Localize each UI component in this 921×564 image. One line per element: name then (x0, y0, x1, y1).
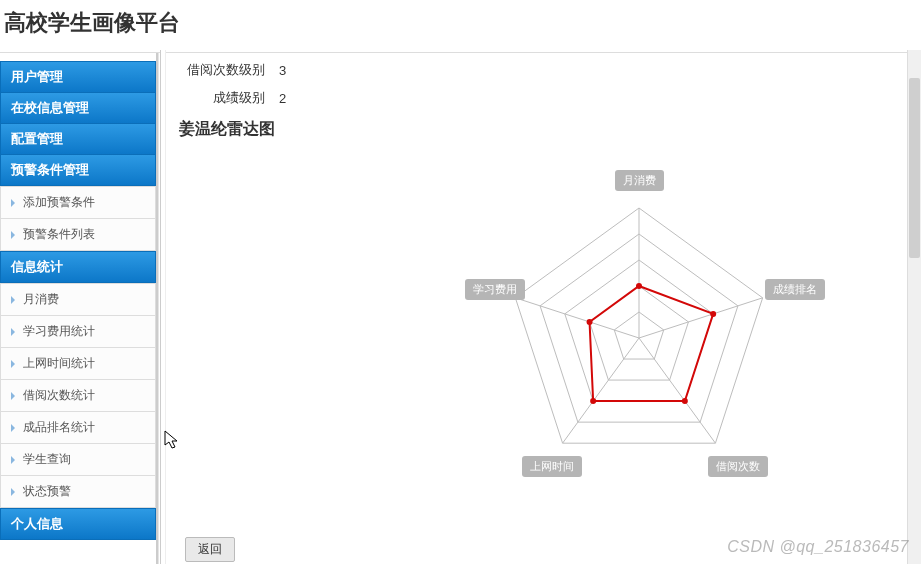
menu-header-config[interactable]: 配置管理 (0, 124, 156, 155)
page-title: 高校学生画像平台 (0, 0, 921, 53)
radar-axis-label: 成绩排名 (765, 279, 825, 300)
sidebar-item-online-time[interactable]: 上网时间统计 (0, 348, 156, 380)
scrollbar-thumb[interactable] (909, 78, 920, 258)
detail-row: 借阅次数级别 3 (179, 61, 921, 79)
sidebar-item-monthly-consume[interactable]: 月消费 (0, 283, 156, 316)
scrollbar-vertical[interactable] (907, 50, 921, 564)
radar-axis-label: 上网时间 (522, 456, 582, 477)
chart-title: 姜温纶雷达图 (179, 119, 921, 140)
svg-line-8 (563, 338, 639, 443)
svg-line-9 (515, 298, 639, 338)
svg-point-14 (590, 398, 596, 404)
radar-axis-label: 学习费用 (465, 279, 525, 300)
sidebar-item-student-query[interactable]: 学生查询 (0, 444, 156, 476)
back-button[interactable]: 返回 (185, 537, 235, 562)
svg-marker-10 (590, 286, 714, 401)
svg-line-6 (639, 298, 763, 338)
sidebar-item-borrow-count[interactable]: 借阅次数统计 (0, 380, 156, 412)
detail-label-borrow: 借阅次数级别 (179, 61, 279, 79)
detail-label-grade: 成绩级别 (179, 89, 279, 107)
detail-value-grade: 2 (279, 91, 286, 106)
sidebar-item-rank-stat[interactable]: 成品排名统计 (0, 412, 156, 444)
menu-header-user-mgmt[interactable]: 用户管理 (0, 61, 156, 93)
sidebar-item-study-cost[interactable]: 学习费用统计 (0, 316, 156, 348)
detail-value-borrow: 3 (279, 63, 286, 78)
sidebar: 用户管理 在校信息管理 配置管理 预警条件管理 添加预警条件 预警条件列表 信息… (0, 53, 158, 564)
svg-point-13 (682, 398, 688, 404)
watermark: CSDN @qq_251836457 (727, 538, 909, 556)
sidebar-item-status-alert[interactable]: 状态预警 (0, 476, 156, 508)
sidebar-item-alert-list[interactable]: 预警条件列表 (0, 219, 156, 251)
main-content: 借阅次数级别 3 成绩级别 2 姜温纶雷达图 月消费成绩排名借阅次数上网时间学习… (158, 53, 921, 564)
detail-row: 成绩级别 2 (179, 89, 921, 107)
sidebar-item-add-alert[interactable]: 添加预警条件 (0, 186, 156, 219)
svg-point-12 (710, 311, 716, 317)
radar-chart: 月消费成绩排名借阅次数上网时间学习费用 (179, 148, 859, 528)
radar-axis-label: 借阅次数 (708, 456, 768, 477)
menu-header-personal-info[interactable]: 个人信息 (0, 508, 156, 540)
svg-point-11 (636, 283, 642, 289)
svg-point-15 (587, 319, 593, 325)
menu-header-alert-conditions[interactable]: 预警条件管理 (0, 155, 156, 186)
menu-header-info-stats[interactable]: 信息统计 (0, 251, 156, 283)
svg-line-7 (639, 338, 715, 443)
menu-header-school-info[interactable]: 在校信息管理 (0, 93, 156, 124)
radar-axis-label: 月消费 (615, 170, 664, 191)
panel-separator[interactable] (160, 50, 166, 564)
